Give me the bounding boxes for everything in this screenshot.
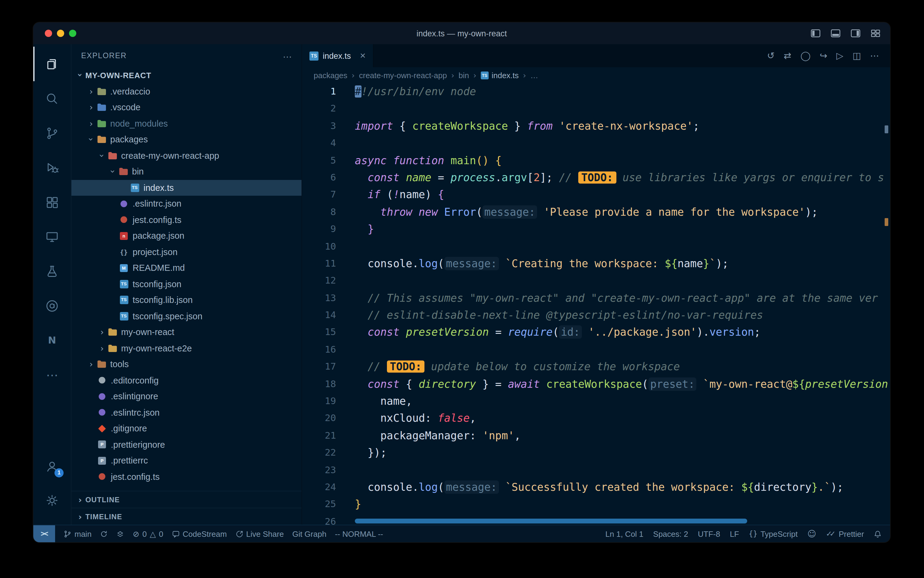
- status-git-branch[interactable]: main: [63, 529, 91, 538]
- tree-item-create-my-own-react-app[interactable]: ›create-my-own-react-app: [71, 148, 301, 164]
- status-sync-button[interactable]: [100, 530, 108, 538]
- code-line-4[interactable]: 4: [302, 135, 890, 152]
- toggle-secondary-sidebar-icon[interactable]: [850, 27, 862, 39]
- code-line-2[interactable]: 2: [302, 100, 890, 117]
- code-line-8[interactable]: 8 throw new Error(message: 'Please provi…: [302, 203, 890, 221]
- tree-item-README.md[interactable]: MREADME.md: [71, 260, 301, 276]
- breadcrumb-item--[interactable]: …: [531, 71, 538, 80]
- breadcrumb-item-bin[interactable]: bin: [459, 71, 469, 80]
- status-notifications[interactable]: [874, 530, 882, 538]
- code-line-18[interactable]: 18 const { directory } = await createWor…: [302, 375, 890, 393]
- tree-item-packages[interactable]: ›packages: [71, 132, 301, 148]
- status-indentation[interactable]: Spaces: 2: [653, 529, 688, 538]
- tab-index-ts[interactable]: TS index.ts ×: [302, 44, 374, 67]
- code-line-14[interactable]: 14 // eslint-disable-next-line @typescri…: [302, 307, 890, 324]
- customize-layout-icon[interactable]: [869, 27, 882, 39]
- outline-section[interactable]: › OUTLINE: [71, 491, 301, 508]
- status-git-graph[interactable]: Git Graph: [292, 529, 326, 538]
- code-line-12[interactable]: 12: [302, 272, 890, 290]
- status-language-mode[interactable]: {}TypeScript: [749, 529, 798, 538]
- tree-item-tools[interactable]: ›tools: [71, 356, 301, 372]
- activity-remote-explorer[interactable]: [33, 219, 71, 254]
- tree-item-.eslintrc.json[interactable]: .eslintrc.json: [71, 196, 301, 212]
- activity-nx-console[interactable]: N: [33, 323, 71, 357]
- code-line-16[interactable]: 16: [302, 341, 890, 358]
- minimize-window-button[interactable]: [57, 30, 64, 37]
- tree-item-index.ts[interactable]: TSindex.ts: [71, 180, 301, 196]
- code-line-13[interactable]: 13 // This assumes "my-own-react" and "c…: [302, 289, 890, 307]
- activity-codestream[interactable]: [33, 288, 71, 323]
- code-line-6[interactable]: 6 const name = process.argv[2]; // TODO:…: [302, 169, 890, 186]
- code-line-21[interactable]: 21 packageManager: 'npm',: [302, 427, 890, 445]
- open-preview-icon[interactable]: ↪: [820, 51, 827, 60]
- tree-item-.vscode[interactable]: ›.vscode: [71, 99, 301, 115]
- more-actions-icon[interactable]: ···: [283, 50, 292, 61]
- code-line-3[interactable]: 3import { createWorkspace } from 'create…: [302, 117, 890, 135]
- tree-item-.verdaccio[interactable]: ›.verdaccio: [71, 83, 301, 99]
- tree-root-my-own-react[interactable]: › MY-OWN-REACT: [71, 67, 301, 83]
- tree-item-tsconfig.spec.json[interactable]: TStsconfig.spec.json: [71, 308, 301, 324]
- code-line-24[interactable]: 24 console.log(message: `Successfully cr…: [302, 479, 890, 496]
- status-prettier[interactable]: ✓✓Prettier: [826, 529, 864, 538]
- tree-item-.gitignore[interactable]: .gitignore: [71, 421, 301, 437]
- breadcrumb-item-create-my-own-react-app[interactable]: create-my-own-react-app: [359, 71, 447, 80]
- activity-explorer[interactable]: [33, 47, 71, 81]
- activity-accounts[interactable]: 1: [33, 450, 71, 484]
- toggle-panel-icon[interactable]: [830, 27, 841, 39]
- code-line-9[interactable]: 9 }: [302, 221, 890, 238]
- code-line-19[interactable]: 19 name,: [302, 393, 890, 410]
- run-file-icon[interactable]: ▷: [837, 51, 843, 60]
- split-editor-icon[interactable]: ◫: [853, 51, 861, 60]
- status-codestream[interactable]: CodeStream: [172, 529, 227, 538]
- close-icon[interactable]: ×: [360, 50, 366, 61]
- code-line-10[interactable]: 10: [302, 238, 890, 255]
- tree-item-.prettierrc[interactable]: P.prettierrc: [71, 453, 301, 469]
- activity-settings[interactable]: [33, 484, 71, 518]
- code-line-1[interactable]: 1#!/usr/bin/env node: [302, 83, 890, 100]
- tree-item-.eslintignore[interactable]: .eslintignore: [71, 388, 301, 404]
- activity-run-debug[interactable]: [33, 150, 71, 185]
- horizontal-scrollbar[interactable]: [355, 519, 747, 523]
- status-remote-indicator[interactable]: ><: [33, 525, 55, 542]
- timeline-icon[interactable]: ↺: [767, 51, 774, 60]
- status-cursor-position[interactable]: Ln 1, Col 1: [605, 529, 644, 538]
- tree-item-.eslintrc.json[interactable]: .eslintrc.json: [71, 404, 301, 421]
- more-actions-icon[interactable]: ⋯: [870, 51, 879, 60]
- tree-item-tsconfig.json[interactable]: TStsconfig.json: [71, 276, 301, 292]
- tree-item-bin[interactable]: ›bin: [71, 164, 301, 180]
- activity-search[interactable]: [33, 81, 71, 116]
- status-layers-button[interactable]: [116, 530, 124, 538]
- code-line-17[interactable]: 17 // TODO: update below to customize th…: [302, 358, 890, 376]
- code-line-22[interactable]: 22 });: [302, 444, 890, 461]
- tree-item-jest.config.ts[interactable]: jest.config.ts: [71, 469, 301, 485]
- activity-extensions[interactable]: [33, 185, 71, 219]
- status-encoding[interactable]: UTF-8: [698, 529, 720, 538]
- tree-item-node-modules[interactable]: ›node_modules: [71, 115, 301, 132]
- activity-source-control[interactable]: [33, 116, 71, 150]
- status-vim-mode[interactable]: -- NORMAL --: [335, 529, 383, 538]
- tree-item-.editorconfig[interactable]: .editorconfig: [71, 372, 301, 388]
- status-feedback[interactable]: ☺: [807, 529, 816, 538]
- status-live-share[interactable]: Live Share: [235, 529, 284, 538]
- tree-item-.prettierignore[interactable]: P.prettierignore: [71, 437, 301, 453]
- code-line-23[interactable]: 23: [302, 461, 890, 479]
- toggle-primary-sidebar-icon[interactable]: [809, 27, 822, 39]
- status-eol[interactable]: LF: [730, 529, 739, 538]
- sync-status-icon[interactable]: ◯: [801, 51, 811, 60]
- code-line-20[interactable]: 20 nxCloud: false,: [302, 410, 890, 427]
- tree-item-project.json[interactable]: {}project.json: [71, 244, 301, 260]
- code-editor[interactable]: 1#!/usr/bin/env node23import { createWor…: [302, 83, 890, 525]
- code-line-11[interactable]: 11 console.log(message: `Creating the wo…: [302, 255, 890, 272]
- activity-more[interactable]: ⋯: [33, 357, 71, 392]
- tree-item-jest.config.ts[interactable]: jest.config.ts: [71, 212, 301, 228]
- tree-item-package.json[interactable]: npackage.json: [71, 228, 301, 244]
- open-changes-icon[interactable]: ⇄: [784, 51, 791, 60]
- breadcrumb-item-packages[interactable]: packages: [314, 71, 347, 80]
- breadcrumb-item-index.ts[interactable]: TSindex.ts: [481, 71, 519, 80]
- status-problems[interactable]: ⊘0△0: [133, 529, 163, 538]
- code-line-25[interactable]: 25}: [302, 496, 890, 513]
- zoom-window-button[interactable]: [69, 30, 76, 37]
- code-line-5[interactable]: 5async function main() {: [302, 152, 890, 169]
- code-line-15[interactable]: 15 const presetVersion = require(id: '..…: [302, 324, 890, 341]
- tree-item-my-own-react-e2e[interactable]: ›my-own-react-e2e: [71, 340, 301, 356]
